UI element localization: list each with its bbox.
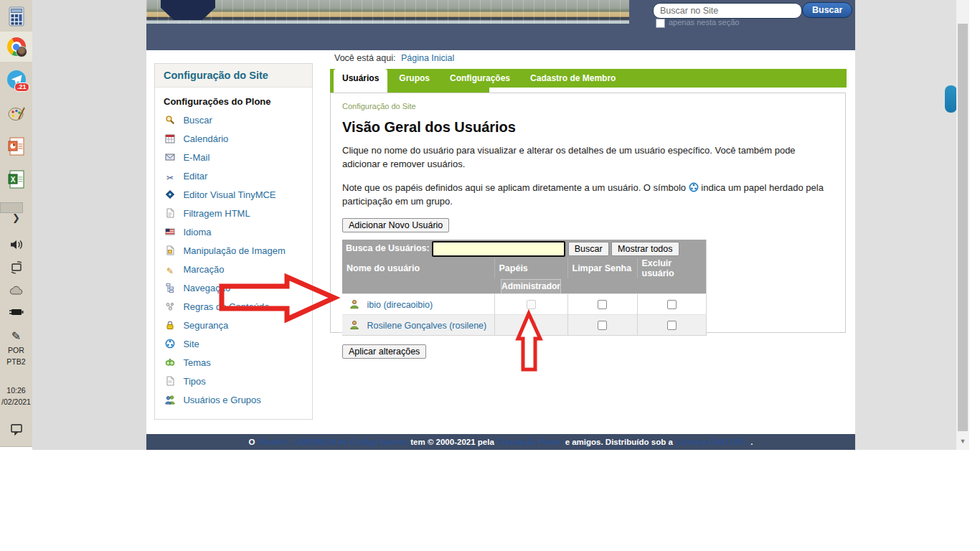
main-content: Configuração do Site Visão Geral dos Usu… — [330, 93, 846, 333]
footer-text: O — [249, 438, 255, 446]
tab-bar: Usuários Grupos Configurações Cadastro d… — [330, 69, 847, 88]
sidebar-item-calendario[interactable]: Calendário — [165, 132, 312, 146]
site-setup-portlet: Configuração do Site Configurações do Pl… — [154, 63, 313, 420]
site-setup-link[interactable]: Configuração do Site — [342, 102, 416, 110]
sidebar-item-tipos[interactable]: Tipos — [165, 375, 312, 388]
floating-widget-button[interactable] — [945, 85, 957, 113]
show-hidden-icons-chevron[interactable]: ❯ — [0, 212, 32, 223]
tab-grupos[interactable]: Grupos — [390, 69, 438, 88]
sidebar-item-email[interactable]: E-Mail — [165, 151, 312, 164]
reset-password-checkbox[interactable] — [598, 300, 607, 309]
site-header: Buscar apenas nesta seção — [146, 0, 855, 50]
sidebar-item-tinymce[interactable]: Editor Visual TinyMCE — [165, 188, 312, 202]
sidebar-item-navegacao[interactable]: Navegação — [165, 281, 312, 295]
user-search-input[interactable] — [432, 241, 565, 257]
calendar-icon — [165, 133, 175, 143]
role-subheader-row: Administrador — [342, 278, 706, 294]
desktop-background — [32, 0, 146, 450]
tree-icon — [165, 283, 175, 293]
site-search-button[interactable]: Buscar — [802, 2, 852, 18]
breadcrumb: Você está aqui: Página Inicial — [334, 53, 454, 63]
flag-icon — [165, 227, 175, 237]
excel-taskbar-button[interactable]: X — [0, 164, 32, 194]
sidebar-item-regras-conteudo[interactable]: Regras de Conteúdo — [165, 300, 312, 314]
paint-palette-icon — [7, 105, 26, 122]
users-table: Busca de Usuários: Buscar Mostrar todos … — [342, 240, 707, 336]
powerpoint-taskbar-button[interactable] — [0, 131, 32, 161]
tab-usuarios[interactable]: Usuários — [334, 69, 387, 93]
sidebar-item-seguranca[interactable]: Segurança — [165, 319, 312, 332]
sidebar-item-buscar[interactable]: Buscar — [165, 113, 312, 127]
battery-icon — [9, 307, 24, 317]
sidebar-item-label: Editor Visual TinyMCE — [183, 189, 275, 200]
sidebar-item-temas[interactable]: Temas — [165, 356, 312, 369]
telegram-icon: .21 — [7, 70, 26, 89]
role-admin-checkbox — [527, 300, 536, 309]
tab-configuracoes[interactable]: Configurações — [441, 69, 519, 88]
site-footer: OPlone® - CMS/WCM de Código Abertotem © … — [146, 434, 855, 450]
delete-user-checkbox[interactable] — [667, 300, 677, 309]
calculator-app-icon[interactable] — [0, 1, 32, 32]
footer-text: tem © 2000-2021 pela — [410, 438, 494, 446]
chrome-taskbar-button[interactable] — [0, 32, 32, 62]
sidebar-item-label: Site — [183, 339, 199, 349]
sidebar-item-label: Editar — [183, 171, 207, 182]
apply-changes-button[interactable]: Aplicar alterações — [342, 344, 426, 359]
table-row: Rosilene Gonçalves (rosilene) — [342, 315, 706, 336]
intro-paragraph-2: Note que os papéis definidos aqui se apl… — [342, 182, 835, 209]
sidebar-item-label: Temas — [183, 357, 210, 368]
sidebar-item-idioma[interactable]: Idioma — [165, 225, 312, 239]
calculator-icon — [8, 6, 25, 27]
cloud-icon — [9, 286, 24, 296]
sidebar-item-marcacao[interactable]: ✎ Marcação — [165, 263, 312, 276]
site-banner-photo — [146, 0, 629, 24]
footer-foundation-link[interactable]: Fundação Plone — [498, 438, 562, 446]
taskbar: .21 X — [0, 0, 32, 447]
delete-user-checkbox[interactable] — [667, 321, 677, 330]
footer-license-link[interactable]: Licença GNU GPL — [677, 438, 747, 446]
document-icon — [165, 208, 175, 218]
scrollbar-thumb[interactable] — [958, 24, 968, 431]
clock-time[interactable]: 10:26 — [0, 386, 32, 395]
language-indicator-line2[interactable]: PTB2 — [0, 357, 32, 366]
sidebar-item-site[interactable]: Site — [165, 337, 312, 351]
rules-icon — [165, 301, 175, 311]
only-this-section-checkbox[interactable] — [656, 19, 665, 28]
footer-plone-link[interactable]: Plone® - CMS/WCM de Código Aberto — [259, 438, 407, 446]
show-all-button[interactable]: Mostrar todos — [611, 242, 679, 256]
profile-avatar — [16, 46, 27, 57]
telegram-taskbar-button[interactable]: .21 — [0, 65, 32, 95]
breadcrumb-home-link[interactable]: Página Inicial — [401, 53, 454, 63]
reset-password-checkbox[interactable] — [598, 321, 607, 330]
sidebar-item-label: Marcação — [183, 264, 224, 275]
notification-icon — [10, 423, 23, 436]
language-indicator-line1[interactable]: POR — [0, 346, 32, 354]
only-this-section-label: apenas nesta seção — [669, 18, 739, 27]
page-background-right — [855, 0, 956, 450]
scrollbar-down-arrow[interactable]: ▼ — [956, 435, 969, 447]
sidebar-item-filtragem-html[interactable]: Filtragem HTML — [165, 207, 312, 220]
paint-taskbar-button[interactable] — [0, 98, 32, 128]
site-setup-menu: Buscar Calendário E-Mail ✂ Editar Editor… — [155, 113, 312, 407]
clock-date[interactable]: /02/2021 — [0, 397, 32, 406]
sidebar-item-manipulacao-imagem[interactable]: Manipulação de Imagem — [165, 244, 312, 258]
notification-center-button[interactable] — [0, 415, 32, 445]
user-search-button[interactable]: Buscar — [568, 242, 609, 256]
user-link[interactable]: Rosilene Gonçalves (rosilene) — [367, 321, 486, 331]
sidebar-item-label: Regras de Conteúdo — [183, 301, 269, 312]
table-row: ibio (direcaoibio) — [342, 294, 706, 315]
sidebar-item-usuarios-grupos[interactable]: Usuários e Grupos — [165, 393, 312, 407]
search-icon — [165, 115, 175, 125]
portlet-subtitle: Configurações do Plone — [155, 88, 312, 108]
site-search-input[interactable] — [653, 3, 802, 19]
screen-cast-icon — [9, 261, 24, 274]
sidebar-item-editar[interactable]: ✂ Editar — [165, 169, 312, 183]
lock-icon — [165, 320, 175, 330]
tab-cadastro-membro[interactable]: Cadastro de Membro — [522, 69, 624, 88]
user-link[interactable]: ibio (direcaoibio) — [367, 300, 433, 310]
site-logo-shape — [161, 0, 215, 20]
diamond-icon — [165, 189, 175, 199]
page-title: Visão Geral dos Usuários — [342, 119, 835, 136]
add-new-user-button[interactable]: Adicionar Novo Usuário — [342, 218, 449, 232]
taskbar-divider — [0, 202, 23, 213]
